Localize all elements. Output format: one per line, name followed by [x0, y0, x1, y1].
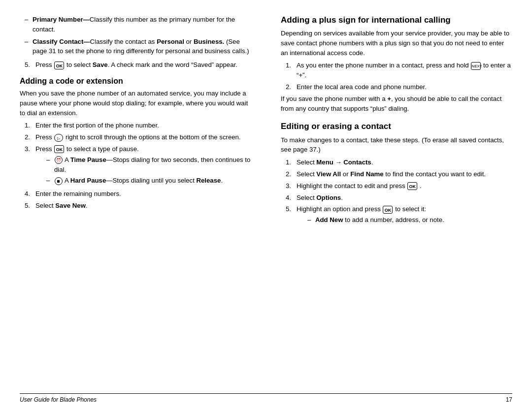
hard-pause-bullet: – ⏹ A Hard Pause—Stops dialing until you… [46, 176, 251, 186]
step-text-save: Press OK to select Save. A check mark an… [35, 60, 251, 70]
add-new-text: Add New to add a number, address, or not… [315, 215, 512, 225]
edit-steps: 1. Select Menu → Contacts. 2. Select Vie… [281, 158, 512, 226]
time-pause-dash: – [46, 155, 54, 175]
hard-pause-icon: ⏹ [55, 177, 63, 185]
code-step-1-text: Enter the first portion of the phone num… [35, 121, 251, 130]
section-heading-code: Adding a code or extension [20, 77, 251, 86]
footer-bar: User Guide for Blade Phones 17 [20, 393, 512, 403]
time-pause-icon: ⏰ [55, 156, 63, 164]
code-step-5-text: Select Save New. [35, 201, 251, 211]
add-new-bullet: – Add New to add a number, address, or n… [307, 215, 512, 225]
bullet-classify-contact: – Classify Contact—Classify the contact … [25, 37, 251, 57]
code-step-2: 2. Press right to scroll through the opt… [25, 132, 251, 142]
plus-step-2-text: Enter the local area code and phone numb… [297, 82, 512, 92]
edit-step-2-num: 2. [286, 169, 297, 179]
section-code-intro: When you save the phone number of an aut… [20, 89, 251, 118]
code-step-5-num: 5. [25, 201, 35, 211]
code-steps: 1. Enter the first portion of the phone … [20, 121, 251, 210]
ok-icon-3: OK [407, 182, 417, 190]
code-step-2-num: 2. [25, 132, 35, 142]
step-num-5: 5. [25, 60, 35, 70]
step-save: 5. Press OK to select Save. A check mark… [20, 60, 251, 70]
time-pause-text: ⏰ A Time Pause—Stops dialing for two sec… [54, 155, 251, 175]
hard-pause-text: ⏹ A Hard Pause—Stops dialing until you s… [54, 176, 251, 186]
edit-step-4: 4. Select Options. [286, 193, 512, 203]
edit-step-3-num: 3. [286, 181, 297, 191]
edit-step-3-text: Highlight the contact to edit and press … [297, 181, 512, 191]
plus-sign-note: If you save the phone number with a +, y… [281, 94, 512, 114]
next-icon: NEXT [471, 62, 481, 70]
bullet-primary-number: – Primary Number—Classify this number as… [25, 15, 251, 34]
ok-icon: OK [54, 62, 64, 69]
pause-type-bullets: – ⏰ A Time Pause—Stops dialing for two s… [35, 155, 251, 186]
bullet-text-classify: Classify Contact—Classify the contact as… [33, 37, 251, 57]
edit-step-1: 1. Select Menu → Contacts. [286, 158, 512, 167]
footer-page-number: 17 [506, 396, 512, 403]
edit-step-3: 3. Highlight the contact to edit and pre… [286, 181, 512, 191]
bullet-dash: – [25, 15, 33, 34]
code-step-3-text: Press OK to select a type of pause. – ⏰ … [35, 144, 251, 187]
edit-step-4-num: 4. [286, 193, 297, 203]
ok-icon-2: OK [54, 145, 64, 153]
edit-step-1-text: Select Menu → Contacts. [297, 158, 512, 167]
hard-pause-dash: – [46, 176, 54, 186]
plus-step-1-text: As you enter the phone number in a conta… [297, 61, 512, 80]
plus-step-2: 2. Enter the local area code and phone n… [286, 82, 512, 92]
edit-step-5-num: 5. [286, 204, 297, 226]
edit-step-5: 5. Highlight an option and press OK to s… [286, 204, 512, 226]
edit-sub-bullets: – Add New to add a number, address, or n… [297, 215, 512, 225]
top-bullets: – Primary Number—Classify this number as… [20, 15, 251, 56]
plus-step-2-num: 2. [286, 82, 297, 92]
time-pause-bullet: – ⏰ A Time Pause—Stops dialing for two s… [46, 155, 251, 175]
edit-step-1-num: 1. [286, 158, 297, 167]
add-new-dash: – [307, 215, 315, 225]
edit-step-2-text: Select View All or Find Name to find the… [297, 169, 512, 179]
code-step-4-text: Enter the remaining numbers. [35, 189, 251, 199]
plus-step-1-num: 1. [286, 61, 297, 80]
code-step-4-num: 4. [25, 189, 35, 199]
code-step-5: 5. Select Save New. [25, 201, 251, 211]
edit-step-2: 2. Select View All or Find Name to find … [286, 169, 512, 179]
code-step-1: 1. Enter the first portion of the phone … [25, 121, 251, 130]
right-column: Adding a plus sign for international cal… [273, 15, 512, 388]
edit-step-4-text: Select Options. [297, 193, 512, 203]
footer-left-text: User Guide for Blade Phones [20, 396, 97, 403]
scroll-icon [54, 134, 63, 142]
code-step-3: 3. Press OK to select a type of pause. –… [25, 144, 251, 187]
left-column: – Primary Number—Classify this number as… [20, 15, 259, 388]
plus-step-1: 1. As you enter the phone number in a co… [286, 61, 512, 80]
code-step-3-num: 3. [25, 144, 35, 187]
ok-icon-4: OK [383, 206, 393, 214]
edit-intro: To make changes to a contact, take these… [281, 135, 512, 155]
bullet-text-primary: Primary Number—Classify this number as t… [33, 15, 251, 34]
content-area: – Primary Number—Classify this number as… [20, 15, 512, 388]
code-step-1-num: 1. [25, 121, 35, 130]
code-step-4: 4. Enter the remaining numbers. [25, 189, 251, 199]
plus-sign-steps: 1. As you enter the phone number in a co… [281, 61, 512, 92]
edit-step-5-text: Highlight an option and press OK to sele… [297, 204, 512, 226]
bullet-dash-2: – [25, 37, 33, 57]
section-heading-edit: Editing or erasing a contact [281, 121, 512, 132]
section-heading-plus: Adding a plus sign for international cal… [281, 15, 512, 26]
plus-sign-intro: Depending on services available from you… [281, 29, 512, 58]
code-step-2-text: Press right to scroll through the option… [35, 132, 251, 142]
page-container: – Primary Number—Classify this number as… [0, 0, 532, 413]
